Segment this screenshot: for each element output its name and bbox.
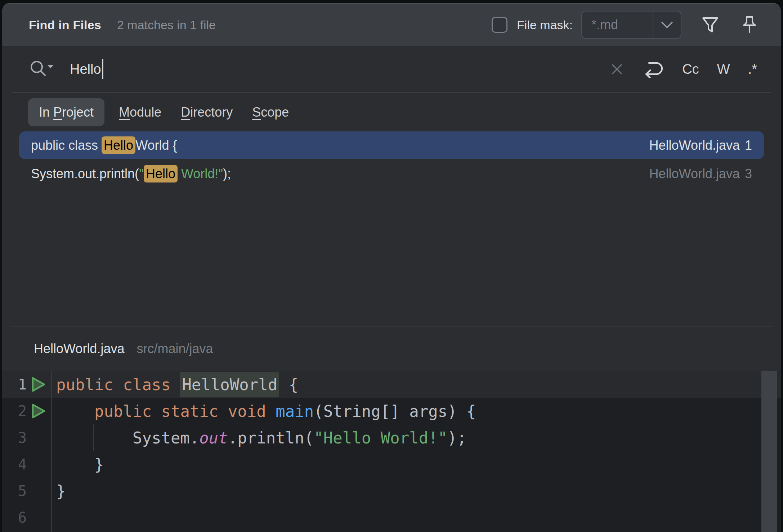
file-mask-label: File mask: <box>517 18 573 32</box>
file-mask-group: File mask: *.md <box>492 11 760 39</box>
code-segment-method: main <box>276 402 314 420</box>
code-line-5[interactable]: 5} <box>2 478 781 504</box>
line-number: 6 <box>2 509 27 526</box>
new-line-icon[interactable] <box>642 60 664 78</box>
code-segment-plain: ); <box>447 429 466 447</box>
regex-toggle[interactable]: .* <box>748 62 757 77</box>
run-icon[interactable] <box>27 402 50 420</box>
code-text: public class HelloWorld { <box>50 375 298 394</box>
result-line-text: System.out.println("Hello World!"); <box>31 166 649 181</box>
code-segment-plain: .println( <box>228 429 314 447</box>
code-text: public static void main(String[] args) { <box>50 402 476 420</box>
preview-header: HelloWorld.java src/main/java <box>2 326 781 371</box>
result-text-segment: World { <box>135 138 177 153</box>
search-field-row[interactable]: Hello Cc W .* <box>2 46 781 92</box>
editor-scrollbar[interactable] <box>761 371 777 532</box>
line-number: 2 <box>2 403 27 419</box>
scope-tab-scope[interactable]: Scope <box>252 105 289 120</box>
gutter-separator <box>51 371 52 532</box>
code-segment-plain: } <box>56 455 104 474</box>
result-text-segment: World!" <box>178 166 223 181</box>
search-icon[interactable] <box>28 58 55 81</box>
code-preview-editor[interactable]: 1public class HelloWorld {2 public stati… <box>2 371 781 532</box>
search-results-list: public class HelloWorld {HelloWorld.java… <box>2 131 781 326</box>
code-segment-identifier-box: HelloWorld <box>180 372 279 397</box>
search-input[interactable]: Hello <box>70 59 610 79</box>
file-mask-checkbox[interactable] <box>492 17 507 33</box>
code-line-6[interactable]: 6 <box>2 504 781 531</box>
chevron-down-icon[interactable] <box>653 12 681 38</box>
result-line-text: public class HelloWorld { <box>31 138 649 153</box>
code-line-1[interactable]: 1public class HelloWorld { <box>2 371 781 398</box>
title-bar: Find in Files 2 matches in 1 file File m… <box>2 4 781 46</box>
scope-tabs: In ProjectModuleDirectoryScope <box>2 93 781 131</box>
result-row[interactable]: public class HelloWorld {HelloWorld.java… <box>19 131 764 159</box>
code-text: System.out.println("Hello World!"); <box>50 429 466 447</box>
whole-words-toggle[interactable]: W <box>717 62 730 77</box>
scope-tab-in-project[interactable]: In Project <box>28 98 104 126</box>
line-number: 4 <box>2 456 27 473</box>
result-text-segment: System.out.println( <box>31 166 139 181</box>
code-text: } <box>50 455 104 474</box>
code-segment-field: out <box>199 429 228 447</box>
search-options: Cc W .* <box>610 60 757 78</box>
code-segment-plain <box>56 402 94 420</box>
code-segment-plain: (String[] args) { <box>314 402 476 420</box>
filter-icon[interactable] <box>700 15 720 35</box>
line-number: 5 <box>2 483 27 499</box>
dialog-title: Find in Files <box>29 18 101 32</box>
file-mask-value: *.md <box>582 17 653 32</box>
match-case-toggle[interactable]: Cc <box>682 62 699 77</box>
file-mask-combobox[interactable]: *.md <box>581 11 681 39</box>
line-number: 3 <box>2 429 27 446</box>
run-icon[interactable] <box>27 376 50 393</box>
scope-tab-module[interactable]: Module <box>119 105 161 120</box>
line-number: 1 <box>2 376 27 393</box>
clear-icon[interactable] <box>610 62 624 76</box>
preview-file-name: HelloWorld.java <box>34 341 124 356</box>
code-line-3[interactable]: 3 System.out.println("Hello World!"); <box>2 424 781 451</box>
indent-guide <box>93 424 94 451</box>
text-caret <box>102 59 103 79</box>
find-in-files-dialog: Find in Files 2 matches in 1 file File m… <box>2 3 781 532</box>
match-summary: 2 matches in 1 file <box>117 18 216 32</box>
search-query-text: Hello <box>70 62 101 77</box>
code-segment-plain: { <box>279 375 298 394</box>
result-text-segment: ); <box>223 166 231 181</box>
code-segment-keyword: public class <box>56 375 180 394</box>
match-highlight: Hello <box>102 136 135 154</box>
code-line-4[interactable]: 4 } <box>2 451 781 478</box>
result-file-reference: HelloWorld.java1 <box>649 138 752 153</box>
result-row[interactable]: System.out.println("Hello World!");Hello… <box>19 160 764 188</box>
result-file-reference: HelloWorld.java3 <box>649 166 752 181</box>
code-segment-string: "Hello World!" <box>314 429 447 447</box>
code-segment-keyword: public static void <box>94 402 276 420</box>
match-highlight: Hello <box>144 165 178 182</box>
result-text-segment: " <box>139 166 144 181</box>
result-text-segment: public class <box>31 138 102 153</box>
pin-icon[interactable] <box>739 14 760 35</box>
preview-file-path: src/main/java <box>137 341 213 356</box>
code-segment-plain: System. <box>56 429 199 447</box>
code-text: } <box>50 482 66 500</box>
code-line-2[interactable]: 2 public static void main(String[] args)… <box>2 398 781 424</box>
code-segment-plain: } <box>56 482 66 500</box>
scope-tab-directory[interactable]: Directory <box>181 105 233 120</box>
